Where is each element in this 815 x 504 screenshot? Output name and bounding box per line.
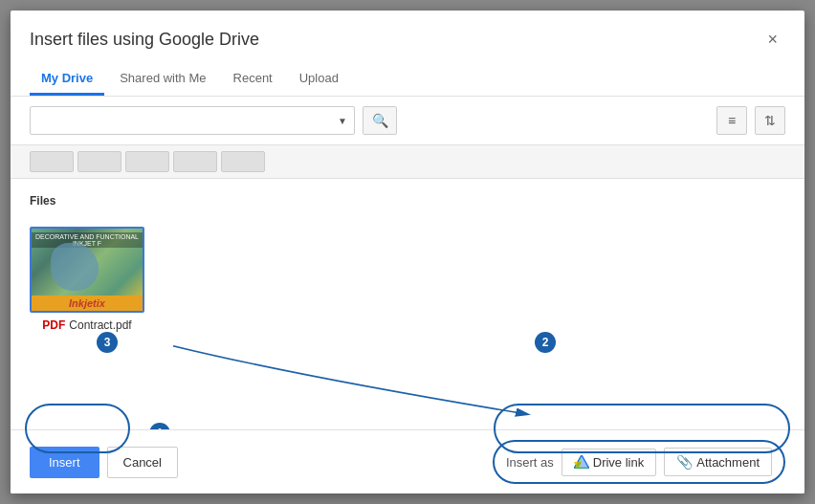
drive-link-label: Drive link — [593, 455, 644, 470]
files-grid: DECORATIVE AND FUNCTIONAL INKJET F Inkje… — [30, 219, 785, 340]
thumbnail-banner: Inkjetix — [32, 296, 143, 311]
attachment-label: Attachment — [696, 455, 760, 470]
tab-my-drive[interactable]: My Drive — [30, 63, 104, 96]
main-content: Files DECORATIVE AND FUNCTIONAL INKJET F… — [11, 179, 804, 429]
breadcrumb-item[interactable] — [173, 151, 217, 172]
toolbar: ▼ 🔍 ≡ ⇅ — [11, 97, 804, 144]
cancel-button[interactable]: Cancel — [107, 447, 178, 478]
files-section-label: Files — [30, 194, 785, 208]
paperclip-icon: 📎 — [676, 454, 693, 470]
search-button[interactable]: 🔍 — [363, 106, 397, 135]
footer-left-actions: Insert Cancel — [30, 447, 178, 478]
attachment-button[interactable]: 📎 Attachment — [664, 448, 772, 476]
search-icon: 🔍 — [372, 113, 388, 128]
drive-icon — [574, 455, 589, 469]
thumbnail-image: DECORATIVE AND FUNCTIONAL INKJET F Inkje… — [32, 229, 143, 311]
folder-select[interactable] — [30, 106, 355, 135]
sort-icon: ⇅ — [764, 113, 776, 128]
list-view-icon: ≡ — [728, 113, 736, 128]
dialog-footer: Insert Cancel Insert as Drive link 📎 Att… — [11, 429, 804, 493]
breadcrumb-bar — [11, 144, 804, 179]
insert-as-label: Insert as — [506, 455, 554, 470]
breadcrumb-item[interactable] — [221, 151, 265, 172]
file-thumbnail: DECORATIVE AND FUNCTIONAL INKJET F Inkje… — [30, 227, 144, 313]
breadcrumb-item[interactable] — [125, 151, 169, 172]
list-view-button[interactable]: ≡ — [716, 106, 747, 135]
file-item-contract[interactable]: DECORATIVE AND FUNCTIONAL INKJET F Inkje… — [30, 219, 144, 340]
thumbnail-title: DECORATIVE AND FUNCTIONAL INKJET F — [32, 232, 143, 248]
drive-link-button[interactable]: Drive link — [562, 449, 656, 476]
insert-files-dialog: Insert files using Google Drive × My Dri… — [11, 11, 804, 493]
tab-bar: My Drive Shared with Me Recent Upload — [11, 63, 804, 97]
file-name-text: Contract.pdf — [69, 318, 131, 332]
folder-select-wrapper: ▼ — [30, 106, 355, 135]
sort-button[interactable]: ⇅ — [755, 106, 785, 135]
tab-recent[interactable]: Recent — [222, 63, 284, 96]
dialog-header: Insert files using Google Drive × — [11, 11, 804, 63]
breadcrumb-item[interactable] — [30, 151, 74, 172]
tab-shared-with-me[interactable]: Shared with Me — [108, 63, 217, 96]
footer-right-insert-as: Insert as Drive link 📎 Attachment — [493, 440, 785, 484]
breadcrumb-item[interactable] — [77, 151, 121, 172]
tab-upload[interactable]: Upload — [288, 63, 350, 96]
file-name-label: PDF Contract.pdf — [42, 318, 131, 332]
dialog-title: Insert files using Google Drive — [30, 30, 259, 50]
close-button[interactable]: × — [760, 26, 785, 54]
insert-button[interactable]: Insert — [30, 447, 99, 478]
thumbnail-shape — [51, 243, 99, 291]
pdf-icon: PDF — [42, 318, 65, 332]
annotation-number-1: 1 — [149, 423, 170, 429]
